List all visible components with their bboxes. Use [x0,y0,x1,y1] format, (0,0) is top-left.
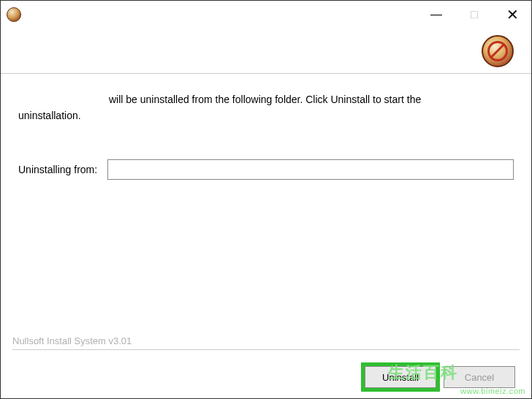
button-row: Uninstall Cancel [365,366,515,388]
close-button[interactable]: ✕ [493,1,531,28]
minimize-button[interactable]: — [417,1,455,28]
uninstall-path-label: Uninstalling from: [18,164,97,175]
maximize-button: □ [455,1,493,28]
instruction-text: will be uninstalled from the following f… [18,91,514,124]
content-area: will be uninstalled from the following f… [1,74,531,180]
brand-icon [482,35,514,67]
instruction-line-2: uninstallation. [18,110,81,121]
footer-line [12,349,520,350]
uninstall-path-row: Uninstalling from: [18,159,514,180]
footer-branding: Nullsoft Install System v3.01 [12,335,520,348]
titlebar: — □ ✕ [1,1,531,28]
uninstall-button[interactable]: Uninstall [365,366,436,388]
uninstall-path-field [107,159,514,180]
app-icon [7,7,21,22]
instruction-line-1: will be uninstalled from the following f… [18,91,514,107]
cancel-button: Cancel [444,366,515,388]
header-area [1,28,531,74]
window-controls: — □ ✕ [417,1,531,28]
footer-divider: Nullsoft Install System v3.01 [12,335,520,350]
